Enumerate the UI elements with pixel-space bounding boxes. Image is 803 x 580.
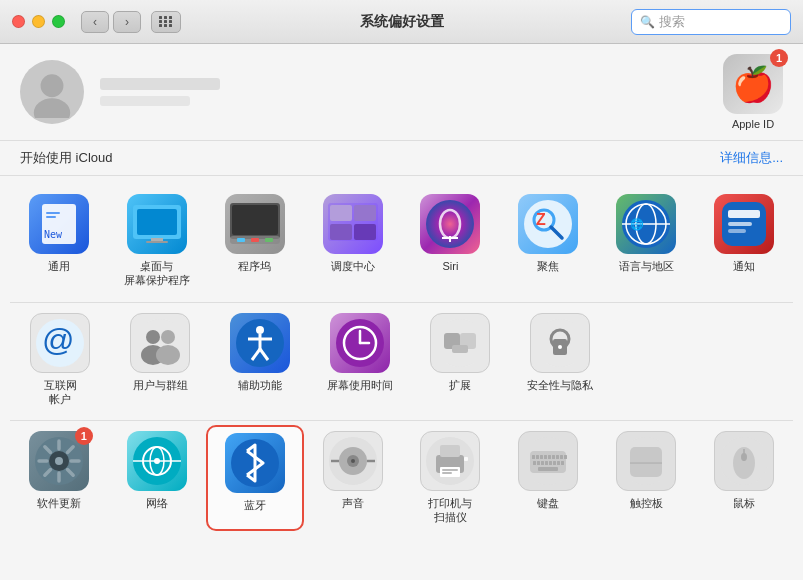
svg-point-1 (34, 98, 70, 118)
app-icon-software[interactable]: 1软件更新 (10, 425, 108, 531)
icons-section: New 通用 桌面与 屏幕保护程序 程序坞 调度中心 (0, 176, 803, 551)
icon-row-1: @ 互联网 帐户 用户与群组 辅助功能 屏幕使用时间 (10, 307, 793, 413)
app-icon-language[interactable]: 🌐 语言与地区 (597, 188, 695, 294)
maximize-button[interactable] (52, 15, 65, 28)
dock-icon (225, 194, 285, 254)
svg-rect-37 (728, 229, 746, 233)
app-icon-spotlight[interactable]: Z 聚焦 (499, 188, 597, 294)
app-icon-internet[interactable]: @ 互联网 帐户 (10, 307, 110, 413)
icloud-details-link[interactable]: 详细信息... (720, 149, 783, 167)
divider-1 (10, 420, 793, 421)
forward-button[interactable]: › (113, 11, 141, 33)
svg-rect-14 (251, 238, 259, 242)
titlebar: ‹ › 系统偏好设置 🔍 搜索 (0, 0, 803, 44)
keyboard-label: 键盘 (537, 496, 559, 510)
app-icon-mouse[interactable]: 鼠标 (695, 425, 793, 531)
svg-rect-110 (553, 461, 556, 465)
general-label: 通用 (48, 259, 70, 273)
network-label: 网络 (146, 496, 168, 510)
divider-0 (10, 302, 793, 303)
search-icon: 🔍 (640, 15, 655, 29)
svg-point-41 (146, 330, 160, 344)
app-icon-users[interactable]: 用户与群组 (110, 307, 210, 413)
svg-rect-100 (548, 455, 551, 459)
svg-rect-115 (630, 447, 662, 477)
svg-rect-105 (533, 461, 536, 465)
svg-rect-7 (137, 209, 177, 235)
svg-text:🌐: 🌐 (630, 217, 644, 231)
desktop-label: 桌面与 屏幕保护程序 (124, 259, 190, 288)
svg-rect-58 (452, 345, 468, 353)
svg-rect-15 (265, 238, 273, 242)
app-icon-bluetooth[interactable]: 蓝牙 (206, 425, 304, 531)
svg-rect-113 (538, 467, 558, 471)
avatar[interactable] (20, 60, 84, 124)
siri-icon (420, 194, 480, 254)
close-button[interactable] (12, 15, 25, 28)
extensions-icon (430, 313, 490, 373)
app-icon-desktop[interactable]: 桌面与 屏幕保护程序 (108, 188, 206, 294)
app-icon-mission[interactable]: 调度中心 (304, 188, 402, 294)
svg-text:@: @ (42, 322, 74, 358)
svg-point-0 (41, 74, 64, 97)
svg-point-65 (55, 457, 63, 465)
internet-icon: @ (30, 313, 90, 373)
svg-rect-106 (537, 461, 540, 465)
back-button[interactable]: ‹ (81, 11, 109, 33)
grid-view-button[interactable] (151, 11, 181, 33)
app-icon-sound[interactable]: 声音 (304, 425, 402, 531)
software-badge: 1 (75, 427, 93, 445)
svg-point-62 (558, 345, 562, 349)
window-title: 系统偏好设置 (360, 13, 444, 31)
app-icon-extensions[interactable]: 扩展 (410, 307, 510, 413)
svg-rect-97 (536, 455, 539, 459)
apple-id-button[interactable]: 🍎 1 Apple ID (723, 54, 783, 130)
app-icon-trackpad[interactable]: 触控板 (597, 425, 695, 531)
app-icon-keyboard[interactable]: 键盘 (499, 425, 597, 531)
bluetooth-label: 蓝牙 (244, 498, 266, 512)
app-icon-network[interactable]: 网络 (108, 425, 206, 531)
mission-icon (323, 194, 383, 254)
app-icon-printer[interactable]: 打印机与 扫描仪 (402, 425, 500, 531)
svg-rect-108 (545, 461, 548, 465)
svg-text:New: New (44, 229, 63, 240)
svg-point-25 (524, 200, 572, 248)
app-icon-dock[interactable]: 程序坞 (206, 188, 304, 294)
search-placeholder: 搜索 (659, 13, 685, 31)
app-icon-general[interactable]: New 通用 (10, 188, 108, 294)
svg-rect-99 (544, 455, 547, 459)
svg-point-46 (256, 326, 264, 334)
mouse-icon (714, 431, 774, 491)
app-icon-siri[interactable]: Siri (402, 188, 500, 294)
app-icon-security[interactable]: 安全性与隐私 (510, 307, 610, 413)
svg-rect-111 (557, 461, 560, 465)
minimize-button[interactable] (32, 15, 45, 28)
svg-point-84 (351, 459, 355, 463)
svg-rect-92 (442, 472, 452, 474)
app-icon-accessibility[interactable]: 辅助功能 (210, 307, 310, 413)
svg-text:Z: Z (536, 211, 546, 228)
language-icon: 🌐 (616, 194, 676, 254)
app-icon-screentime[interactable]: 屏幕使用时间 (310, 307, 410, 413)
security-label: 安全性与隐私 (527, 378, 593, 392)
mouse-label: 鼠标 (733, 496, 755, 510)
avatar-icon (26, 66, 78, 118)
screentime-icon (330, 313, 390, 373)
svg-rect-13 (237, 238, 245, 242)
apple-logo-icon: 🍎 (732, 64, 774, 104)
bluetooth-icon (225, 433, 285, 493)
trackpad-icon (616, 431, 676, 491)
search-box[interactable]: 🔍 搜索 (631, 9, 791, 35)
svg-rect-35 (728, 210, 760, 218)
app-icon-notification[interactable]: 通知 (695, 188, 793, 294)
desktop-icon (127, 194, 187, 254)
mission-label: 调度中心 (331, 259, 375, 273)
svg-rect-11 (232, 205, 278, 235)
icloud-banner: 开始使用 iCloud 详细信息... (0, 141, 803, 176)
printer-icon (420, 431, 480, 491)
svg-rect-20 (354, 224, 376, 240)
svg-rect-109 (549, 461, 552, 465)
users-icon (130, 313, 190, 373)
spotlight-label: 聚焦 (537, 259, 559, 273)
window-controls (12, 15, 65, 28)
